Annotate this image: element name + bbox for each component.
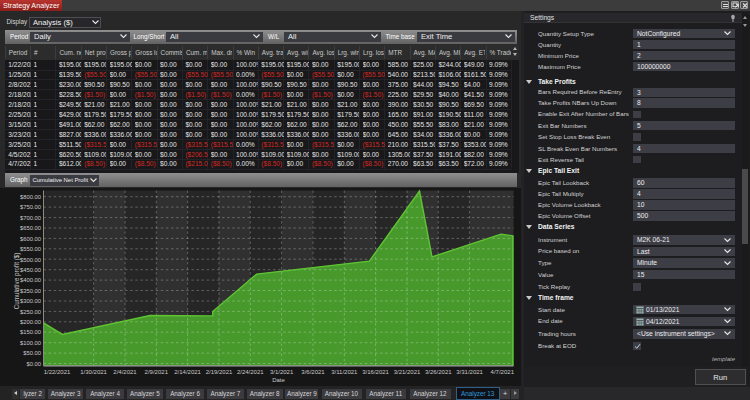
svg-text:$50.00: $50.00 [23,350,41,356]
svg-text:$750.00: $750.00 [20,204,41,210]
svg-text:3/16/2021: 3/16/2021 [362,369,389,375]
svg-text:$450.00: $450.00 [20,266,41,272]
svg-text:2/9/2021: 2/9/2021 [145,369,169,375]
svg-text:3/31/2021: 3/31/2021 [456,369,483,375]
svg-text:$700.00: $700.00 [20,214,41,220]
svg-text:3/21/2021: 3/21/2021 [394,369,421,375]
svg-text:$350.00: $350.00 [20,287,41,293]
svg-text:3/6/2021: 3/6/2021 [301,369,325,375]
svg-text:$200.00: $200.00 [20,319,41,325]
svg-text:$800.00: $800.00 [20,193,41,199]
svg-text:3/26/2021: 3/26/2021 [425,369,452,375]
svg-text:$150.00: $150.00 [20,329,41,335]
svg-text:$650.00: $650.00 [20,225,41,231]
svg-text:Cumulative profit ($): Cumulative profit ($) [13,252,21,309]
svg-text:$300.00: $300.00 [20,298,41,304]
svg-text:$600.00: $600.00 [20,235,41,241]
svg-text:2/14/2021: 2/14/2021 [174,369,201,375]
svg-text:2/24/2021: 2/24/2021 [237,369,264,375]
svg-text:2/19/2021: 2/19/2021 [206,369,233,375]
svg-text:1/22/2021: 1/22/2021 [44,369,71,375]
svg-text:$100.00: $100.00 [20,339,41,345]
svg-text:3/11/2021: 3/11/2021 [331,369,358,375]
svg-text:$250.00: $250.00 [20,308,41,314]
svg-text:2/4/2021: 2/4/2021 [113,369,137,375]
svg-text:$400.00: $400.00 [20,277,41,283]
svg-text:$500.00: $500.00 [20,256,41,262]
svg-text:1/30/2021: 1/30/2021 [80,369,107,375]
svg-text:$0.00: $0.00 [26,360,41,366]
svg-text:4/7/2021: 4/7/2021 [491,369,515,375]
svg-text:$550.00: $550.00 [20,246,41,252]
svg-text:Date: Date [272,376,285,382]
svg-text:3/1/2021: 3/1/2021 [270,369,294,375]
